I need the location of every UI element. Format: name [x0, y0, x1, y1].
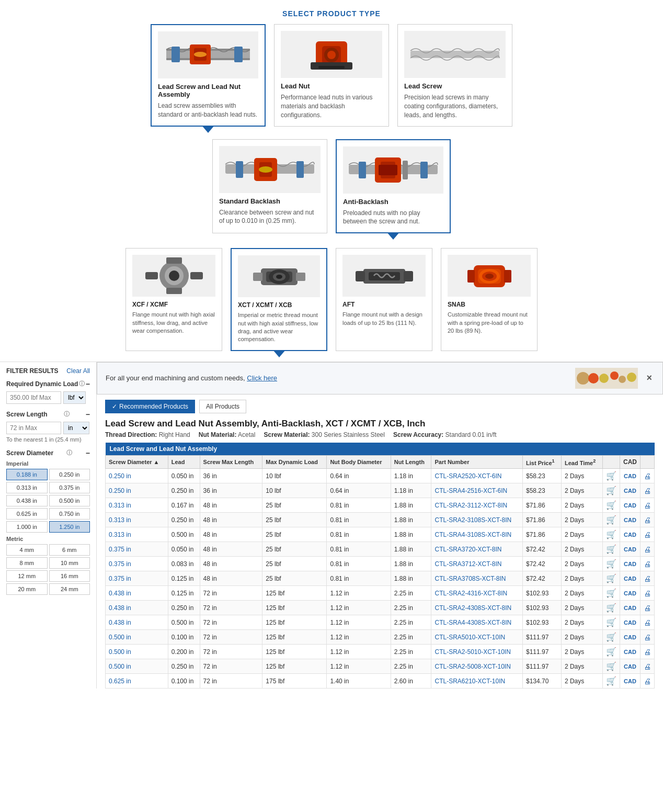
collapse-dia-icon[interactable]: − [86, 449, 90, 457]
cad-link[interactable]: CAD [624, 605, 636, 611]
banner-link[interactable]: Click here [247, 374, 277, 382]
cart-cell[interactable]: 🛒 [603, 513, 620, 527]
cart-cell[interactable]: 🛒 [603, 557, 620, 571]
tab-recommended[interactable]: ✓ Recommended Products [105, 400, 195, 413]
cad-cell[interactable]: CAD [620, 674, 641, 689]
table-cell[interactable]: CTL-SRA2-5010-XCT-10IN [431, 645, 523, 659]
print-cell[interactable]: 🖨 [641, 630, 655, 645]
print-cell[interactable]: 🖨 [641, 557, 655, 571]
cart-cell[interactable]: 🛒 [603, 674, 620, 689]
print-icon[interactable]: 🖨 [644, 677, 651, 685]
cad-cell[interactable]: CAD [620, 527, 641, 542]
cart-icon[interactable]: 🛒 [606, 545, 616, 554]
table-cell[interactable]: CTL-SRA2-3112-XCT-8IN [431, 498, 523, 513]
cad-link[interactable]: CAD [624, 502, 636, 509]
chip-0500[interactable]: 0.500 in [49, 495, 90, 506]
print-icon[interactable]: 🖨 [644, 531, 651, 539]
print-cell[interactable]: 🖨 [641, 571, 655, 586]
table-cell[interactable]: CTL-SRA2-4308S-XCT-8IN [431, 601, 523, 615]
cad-cell[interactable]: CAD [620, 645, 641, 659]
screw-length-unit[interactable]: in mm [63, 422, 89, 434]
table-cell[interactable]: CTL-SRA5010-XCT-10IN [431, 630, 523, 645]
cart-icon[interactable]: 🛒 [606, 530, 616, 539]
collapse-icon[interactable]: − [86, 380, 90, 388]
product-card-lead-screw-nut[interactable]: Lead Screw and Lead Nut Assembly Lead sc… [151, 24, 266, 127]
dynamic-load-input[interactable] [6, 391, 61, 404]
cart-cell[interactable]: 🛒 [603, 630, 620, 645]
table-cell[interactable]: CTL-SRA2-3108S-XCT-8IN [431, 513, 523, 527]
cad-link[interactable]: CAD [624, 590, 636, 596]
cart-icon[interactable]: 🛒 [606, 603, 616, 612]
cart-cell[interactable]: 🛒 [603, 469, 620, 483]
cad-cell[interactable]: CAD [620, 659, 641, 674]
print-icon[interactable]: 🖨 [644, 662, 651, 671]
table-cell[interactable]: CTL-SRA4-2516-XCT-6IN [431, 483, 523, 498]
screw-length-input[interactable] [6, 422, 61, 434]
cart-icon[interactable]: 🛒 [606, 618, 616, 627]
cart-cell[interactable]: 🛒 [603, 527, 620, 542]
cad-cell[interactable]: CAD [620, 542, 641, 557]
table-cell[interactable]: CTL-SRA6210-XCT-10IN [431, 674, 523, 689]
chip-0625[interactable]: 0.625 in [6, 508, 48, 520]
chip-0375[interactable]: 0.375 in [49, 482, 90, 493]
cad-link[interactable]: CAD [624, 649, 636, 655]
print-icon[interactable]: 🖨 [644, 516, 651, 524]
table-cell[interactable]: CTL-SRA4-3108S-XCT-8IN [431, 527, 523, 542]
cart-icon[interactable]: 🛒 [606, 471, 616, 480]
cad-cell[interactable]: CAD [620, 630, 641, 645]
print-cell[interactable]: 🖨 [641, 601, 655, 615]
chip-24mm[interactable]: 24 mm [49, 583, 90, 595]
cart-cell[interactable]: 🛒 [603, 601, 620, 615]
cad-link[interactable]: CAD [624, 561, 636, 567]
chip-0438[interactable]: 0.438 in [6, 495, 48, 506]
print-icon[interactable]: 🖨 [644, 501, 651, 510]
cart-icon[interactable]: 🛒 [606, 647, 616, 656]
print-cell[interactable]: 🖨 [641, 498, 655, 513]
table-cell[interactable]: CTL-SRA3720-XCT-8IN [431, 542, 523, 557]
print-cell[interactable]: 🖨 [641, 615, 655, 630]
print-icon[interactable]: 🖨 [644, 589, 651, 597]
chip-0750[interactable]: 0.750 in [49, 508, 90, 520]
cart-icon[interactable]: 🛒 [606, 559, 616, 568]
chip-16mm[interactable]: 16 mm [49, 570, 90, 582]
cart-cell[interactable]: 🛒 [603, 571, 620, 586]
cad-link[interactable]: CAD [624, 663, 636, 670]
cad-cell[interactable]: CAD [620, 557, 641, 571]
cad-link[interactable]: CAD [624, 546, 636, 552]
cad-link[interactable]: CAD [624, 678, 636, 684]
product-card-snab[interactable]: SNAB Customizable thread mount nut with … [441, 248, 538, 351]
product-card-xct[interactable]: XCT / XCMT / XCB Imperial or metric thre… [231, 248, 327, 351]
cart-cell[interactable]: 🛒 [603, 659, 620, 674]
cart-cell[interactable]: 🛒 [603, 498, 620, 513]
cart-icon[interactable]: 🛒 [606, 501, 616, 510]
table-cell[interactable]: CTL-SRA4-4308S-XCT-8IN [431, 615, 523, 630]
product-card-aft[interactable]: AFT Flange mount nut with a design loads… [336, 248, 432, 351]
cart-cell[interactable]: 🛒 [603, 586, 620, 601]
cart-cell[interactable]: 🛒 [603, 615, 620, 630]
chip-20mm[interactable]: 20 mm [6, 583, 48, 595]
cad-link[interactable]: CAD [624, 532, 636, 538]
cad-link[interactable]: CAD [624, 619, 636, 626]
cad-cell[interactable]: CAD [620, 469, 641, 483]
cad-cell[interactable]: CAD [620, 498, 641, 513]
clear-all-button[interactable]: Clear All [66, 367, 90, 375]
chip-4mm[interactable]: 4 mm [6, 544, 48, 556]
table-cell[interactable]: CTL-SRA2520-XCT-6IN [431, 469, 523, 483]
chip-12mm[interactable]: 12 mm [6, 570, 48, 582]
print-cell[interactable]: 🖨 [641, 513, 655, 527]
table-cell[interactable]: CTL-SRA2-5008-XCT-10IN [431, 659, 523, 674]
cad-link[interactable]: CAD [624, 576, 636, 582]
product-card-anti-backlash[interactable]: Anti-Backlash Preloaded nuts with no pla… [336, 139, 451, 234]
cart-icon[interactable]: 🛒 [606, 633, 616, 641]
print-icon[interactable]: 🖨 [644, 560, 651, 568]
chip-0250[interactable]: 0.250 in [49, 469, 90, 480]
print-icon[interactable]: 🖨 [644, 648, 651, 656]
cad-link[interactable]: CAD [624, 488, 636, 494]
product-card-standard-backlash[interactable]: Standard Backlash Clearance between scre… [212, 139, 327, 234]
cart-icon[interactable]: 🛒 [606, 662, 616, 671]
table-cell[interactable]: CTL-SRA2-4316-XCT-8IN [431, 586, 523, 601]
table-cell[interactable]: CTL-SRA3712-XCT-8IN [431, 557, 523, 571]
cart-icon[interactable]: 🛒 [606, 486, 616, 495]
cad-cell[interactable]: CAD [620, 483, 641, 498]
cart-cell[interactable]: 🛒 [603, 645, 620, 659]
